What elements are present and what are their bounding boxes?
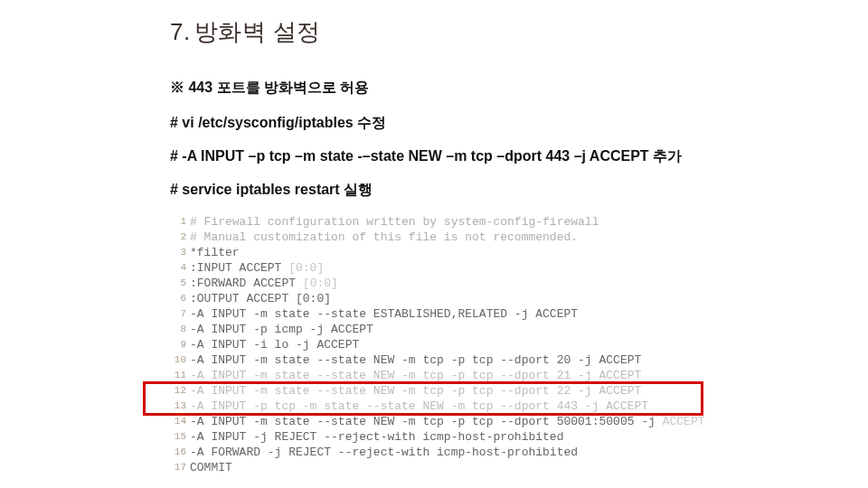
code-text: -A INPUT -m state --state NEW -m tcp -p … [190, 384, 641, 398]
line-number: 9 [170, 337, 186, 352]
code-text: COMMIT [190, 461, 232, 474]
code-text: [0:0] [288, 261, 324, 275]
line-number: 13 [170, 399, 186, 414]
line-number: 2 [170, 230, 186, 245]
line-number: 4 [170, 260, 186, 276]
line-number: 12 [170, 383, 186, 399]
code-text: ACCEPT [656, 415, 705, 428]
line-number: 6 [170, 291, 186, 306]
code-text: -A FORWARD -j REJECT --reject-with icmp-… [190, 446, 578, 459]
code-text: # Firewall configuration written by syst… [190, 215, 599, 229]
code-text: -A INPUT -p tcp -m state --state NEW -m … [190, 399, 648, 413]
cmd-restart-service: # service iptables restart 실행 [170, 181, 868, 200]
code-text: -A INPUT -m state --state NEW -m tcp -p … [190, 369, 641, 382]
code-text: :INPUT ACCEPT [190, 261, 288, 275]
line-number: 11 [170, 368, 186, 383]
line-number: 3 [170, 245, 186, 260]
code-text: *filter [190, 246, 240, 259]
line-number: 17 [170, 460, 186, 475]
line-number: 16 [170, 445, 186, 460]
heading-title: 방화벽 설정 [194, 18, 321, 45]
cmd-add-rule: # -A INPUT –p tcp –m state -–state NEW –… [170, 147, 868, 166]
section-heading: 7.방화벽 설정 [170, 16, 868, 48]
code-text: -A INPUT -m state --state NEW -m tcp -p … [190, 353, 641, 367]
cmd-vi-iptables: # vi /etc/sysconfig/iptables 수정 [170, 114, 868, 133]
code-text: -A INPUT -m state --state NEW -m tcp -p … [190, 415, 656, 428]
line-number: 10 [170, 352, 186, 368]
code-text: # Manual customization of this file is n… [190, 230, 578, 244]
port-note: ※ 443 포트를 방화벽으로 허용 [170, 79, 868, 98]
line-number: 8 [170, 322, 186, 337]
line-number: 1 [170, 214, 186, 230]
code-text: -A INPUT -p icmp -j ACCEPT [190, 323, 373, 336]
code-text: :FORWARD ACCEPT [190, 277, 303, 290]
code-text: -A INPUT -i lo -j ACCEPT [190, 338, 359, 352]
line-number: 14 [170, 414, 186, 429]
iptables-config-listing: 1# Firewall configuration written by sys… [170, 214, 868, 475]
code-text: -A INPUT -m state --state ESTABLISHED,RE… [190, 307, 578, 321]
code-text: :OUTPUT ACCEPT [0:0] [190, 292, 331, 305]
code-text: [0:0] [303, 277, 338, 290]
line-number: 5 [170, 276, 186, 291]
heading-number: 7. [170, 18, 191, 45]
line-number: 7 [170, 306, 186, 322]
line-number: 15 [170, 429, 186, 445]
code-text: -A INPUT -j REJECT --reject-with icmp-ho… [190, 430, 563, 444]
